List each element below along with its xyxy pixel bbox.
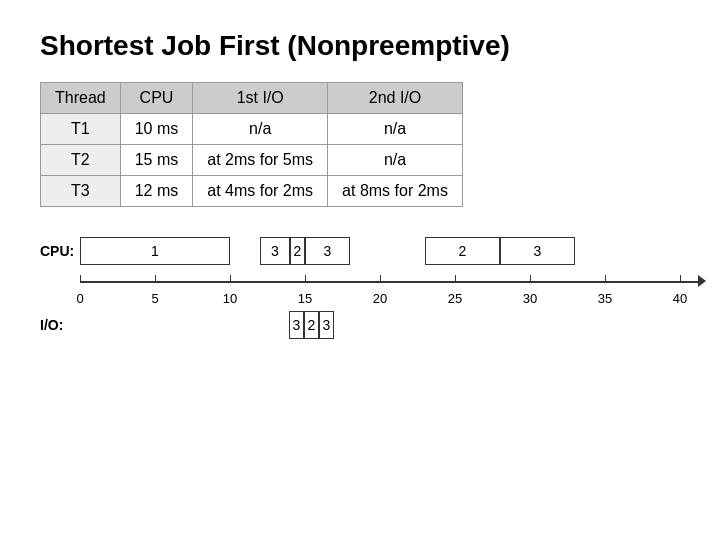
table-cell: at 8ms for 2ms [328, 176, 463, 207]
table-cell: n/a [193, 114, 328, 145]
io-timeline: 323 [79, 311, 680, 339]
tick-mark [380, 275, 381, 283]
table-cell: T1 [41, 114, 121, 145]
cpu-label: CPU: [40, 243, 80, 259]
timeline-section: CPU: 132323 0510152025303540 I/O: 323 [40, 237, 680, 339]
col-thread: Thread [41, 83, 121, 114]
tick-mark [230, 275, 231, 283]
cpu-block: 2 [290, 237, 305, 265]
tick-label: 10 [223, 291, 237, 306]
tick-mark [155, 275, 156, 283]
schedule-table: Thread CPU 1st I/O 2nd I/O T110 msn/an/a… [40, 82, 463, 207]
tick-mark [80, 275, 81, 283]
page-title: Shortest Job First (Nonpreemptive) [40, 30, 680, 62]
cpu-block: 1 [80, 237, 230, 265]
cpu-block: 2 [425, 237, 500, 265]
table-cell: n/a [328, 114, 463, 145]
io-label: I/O: [40, 317, 79, 333]
io-block: 3 [319, 311, 334, 339]
col-1st-io: 1st I/O [193, 83, 328, 114]
col-cpu: CPU [120, 83, 193, 114]
cpu-gap [350, 237, 425, 265]
tick-label: 30 [523, 291, 537, 306]
table-cell: at 2ms for 5ms [193, 145, 328, 176]
table-cell: 10 ms [120, 114, 193, 145]
tick-mark [530, 275, 531, 283]
tick-label: 35 [598, 291, 612, 306]
io-block: 3 [289, 311, 304, 339]
tick-label: 40 [673, 291, 687, 306]
io-block: 2 [304, 311, 319, 339]
tick-mark [305, 275, 306, 283]
cpu-timeline: 132323 [80, 237, 575, 265]
tick-label: 20 [373, 291, 387, 306]
tick-label: 25 [448, 291, 462, 306]
table-cell: 12 ms [120, 176, 193, 207]
tick-mark [680, 275, 681, 283]
axis-container: 0510152025303540 [80, 273, 680, 309]
table-cell: T3 [41, 176, 121, 207]
cpu-block: 3 [260, 237, 290, 265]
col-2nd-io: 2nd I/O [328, 83, 463, 114]
cpu-block: 3 [305, 237, 350, 265]
table-cell: 15 ms [120, 145, 193, 176]
tick-label: 0 [76, 291, 83, 306]
cpu-block: 3 [500, 237, 575, 265]
table-cell: T2 [41, 145, 121, 176]
tick-label: 5 [151, 291, 158, 306]
cpu-gap [230, 237, 260, 265]
table-cell: n/a [328, 145, 463, 176]
tick-label: 15 [298, 291, 312, 306]
io-row: I/O: 323 [40, 311, 680, 339]
tick-mark [455, 275, 456, 283]
table-cell: at 4ms for 2ms [193, 176, 328, 207]
tick-mark [605, 275, 606, 283]
